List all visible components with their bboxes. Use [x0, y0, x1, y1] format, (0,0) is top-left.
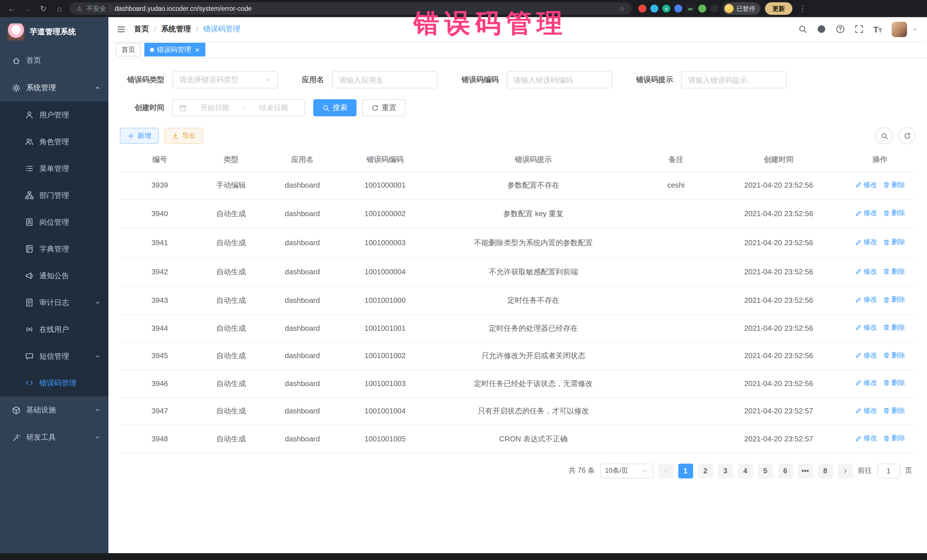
- sidebar-item-notice[interactable]: 通知公告: [0, 262, 108, 289]
- breadcrumb-item: 错误码管理: [204, 24, 240, 34]
- sidebar-item-audit-log[interactable]: 审计日志: [0, 289, 108, 316]
- delete-icon: [883, 379, 890, 386]
- edit-link[interactable]: 修改: [855, 378, 877, 388]
- profile-paused-chip[interactable]: 已暂停: [723, 2, 760, 15]
- breadcrumb-item[interactable]: 首页: [134, 24, 149, 34]
- error-message-input[interactable]: [681, 71, 787, 88]
- toggle-search-button[interactable]: [876, 127, 893, 144]
- search-button[interactable]: 搜索: [313, 99, 357, 116]
- font-size-icon[interactable]: TT: [873, 25, 882, 33]
- delete-link[interactable]: 删除: [883, 180, 905, 190]
- back-button[interactable]: ←: [6, 4, 17, 13]
- sidebar-item-user[interactable]: 用户管理: [0, 102, 108, 128]
- sidebar-item-infra[interactable]: 基础设施: [0, 396, 108, 424]
- edit-link[interactable]: 修改: [855, 323, 877, 332]
- sidebar-item-error-code[interactable]: 错误码管理: [0, 370, 108, 396]
- sidebar-item-label: 在线用户: [40, 324, 69, 334]
- user-avatar[interactable]: [892, 21, 907, 37]
- fullscreen-icon[interactable]: [854, 24, 863, 33]
- calendar-icon: [179, 104, 187, 111]
- delete-link[interactable]: 删除: [883, 378, 905, 388]
- extension-icon-green[interactable]: V: [662, 5, 670, 12]
- table-row: 3948自动生成dashboard1001001005CRON 表达式不正确20…: [120, 425, 916, 453]
- edit-link[interactable]: 修改: [855, 295, 877, 305]
- delete-link[interactable]: 删除: [883, 351, 905, 360]
- sidebar-item-role[interactable]: 角色管理: [0, 128, 108, 155]
- docs-help-icon[interactable]: [836, 24, 845, 33]
- sidebar-item-post[interactable]: 岗位管理: [0, 209, 108, 235]
- breadcrumb-item[interactable]: 系统管理: [161, 24, 191, 34]
- edit-link[interactable]: 修改: [855, 434, 877, 443]
- delete-link[interactable]: 删除: [883, 434, 905, 443]
- extension-icon-blue-drop[interactable]: [650, 5, 658, 12]
- browser-menu-icon[interactable]: ⋮: [797, 4, 808, 13]
- error-code-input[interactable]: [506, 71, 612, 88]
- create-time-range-picker[interactable]: 开始日期 - 结束日期: [172, 99, 305, 116]
- reset-button[interactable]: 重置: [362, 99, 406, 116]
- sidebar-item-home[interactable]: 首页: [0, 47, 108, 74]
- error-type-select[interactable]: 请选择错误码类型: [172, 71, 278, 88]
- page-button-1[interactable]: 1: [678, 464, 693, 478]
- page-button-2[interactable]: 2: [698, 464, 713, 478]
- extension-icon-leaf[interactable]: [698, 5, 706, 12]
- page-button-6[interactable]: 6: [778, 464, 793, 478]
- edit-link[interactable]: 修改: [855, 238, 877, 247]
- goto-page-input[interactable]: [877, 464, 900, 478]
- forward-button[interactable]: →: [22, 4, 33, 13]
- profile-avatar: [725, 4, 734, 13]
- home-button[interactable]: ⌂: [54, 4, 65, 13]
- avatar-caret-icon[interactable]: [912, 26, 918, 32]
- sidebar-item-sms[interactable]: 短信管理: [0, 343, 108, 370]
- edit-link[interactable]: 修改: [855, 208, 877, 218]
- sidebar-item-dict[interactable]: 字典管理: [0, 235, 108, 262]
- sidebar-item-online-user[interactable]: 在线用户: [0, 316, 108, 343]
- tab-home[interactable]: 首页: [116, 43, 141, 56]
- edit-link[interactable]: 修改: [855, 351, 877, 360]
- page-button-4[interactable]: 4: [738, 464, 753, 478]
- page-button-3[interactable]: 3: [718, 464, 733, 478]
- edit-link[interactable]: 修改: [855, 180, 877, 190]
- extension-icon-on-switch[interactable]: on: [686, 5, 694, 12]
- tab-close-icon[interactable]: ×: [195, 46, 199, 53]
- document-icon: [25, 298, 33, 307]
- sidebar-item-devtools[interactable]: 研发工具: [0, 424, 108, 451]
- delete-link[interactable]: 删除: [883, 295, 905, 305]
- next-page-button[interactable]: [838, 464, 853, 478]
- extension-icon-dark[interactable]: [710, 5, 718, 12]
- page-size-select[interactable]: 10条/页: [600, 464, 653, 478]
- delete-link[interactable]: 删除: [883, 323, 905, 332]
- edit-icon: [855, 435, 862, 442]
- goto-label: 前往: [858, 466, 872, 476]
- github-icon[interactable]: [817, 24, 826, 33]
- refresh-table-button[interactable]: [898, 127, 916, 144]
- reload-button[interactable]: ↻: [38, 4, 49, 13]
- prev-page-button[interactable]: [658, 464, 673, 478]
- app-name-input[interactable]: [332, 71, 438, 88]
- browser-update-button[interactable]: 更新: [765, 2, 792, 15]
- header-search-icon[interactable]: [798, 24, 807, 33]
- page-ellipsis[interactable]: •••: [798, 464, 813, 478]
- delete-link[interactable]: 删除: [883, 406, 905, 416]
- delete-link[interactable]: 删除: [883, 208, 905, 218]
- page-button-8[interactable]: 8: [818, 464, 833, 478]
- sidebar-toggle-icon[interactable]: [108, 24, 134, 34]
- cell-code: 1001001001: [342, 314, 428, 342]
- sidebar-item-dept[interactable]: 部门管理: [0, 182, 108, 209]
- delete-link[interactable]: 删除: [883, 238, 905, 247]
- add-button[interactable]: 新增: [120, 128, 159, 144]
- export-button[interactable]: 导出: [164, 128, 203, 144]
- extension-icon-grid[interactable]: [674, 5, 682, 12]
- page-button-5[interactable]: 5: [758, 464, 773, 478]
- bookmark-star-icon[interactable]: ☆: [619, 5, 625, 12]
- delete-link[interactable]: 删除: [883, 267, 905, 276]
- extension-icon-red[interactable]: [638, 5, 646, 12]
- sidebar-item-system[interactable]: 系统管理: [0, 74, 108, 102]
- filter-label-error-type: 错误码类型: [120, 75, 164, 85]
- sidebar-item-menu[interactable]: 菜单管理: [0, 155, 108, 182]
- address-bar[interactable]: ⚠ 不安全 dashboard.yudao.iocoder.cn/system/…: [70, 2, 632, 15]
- tab-error-code[interactable]: 错误码管理×: [144, 43, 205, 56]
- edit-link[interactable]: 修改: [855, 406, 877, 416]
- edit-link[interactable]: 修改: [855, 267, 877, 276]
- logo-row[interactable]: 芋道管理系统: [0, 17, 108, 47]
- chevron-right-icon: [842, 467, 849, 475]
